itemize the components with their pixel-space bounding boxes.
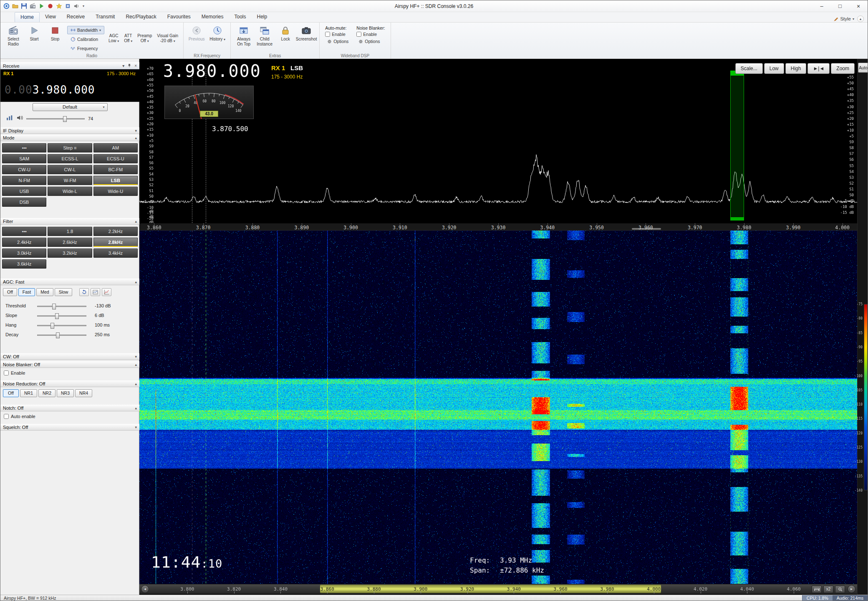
x2-zoom-button[interactable]: x2 — [823, 586, 833, 593]
filter-button-2-6khz[interactable]: 2.6kHz — [48, 238, 92, 247]
agc-slope-slider[interactable] — [37, 315, 86, 317]
waterfall-colorbar[interactable] — [864, 304, 868, 490]
close-icon[interactable]: × — [134, 63, 137, 68]
section-header-noise-blanker[interactable]: Noise Blanker: Off ▴ — [0, 361, 139, 368]
noise-reduction-nr4-button[interactable]: NR4 — [75, 389, 92, 397]
history-button[interactable]: History ▾ — [207, 24, 228, 52]
filter-button-3-2khz[interactable]: 3.2kHz — [48, 249, 92, 258]
filter-button-2-8khz[interactable]: 2.8kHz — [93, 238, 138, 247]
agc-hang-slider[interactable] — [37, 325, 86, 326]
noise-blanker-enable-checkbox[interactable]: Enable — [4, 370, 25, 375]
slider-thumb[interactable] — [55, 313, 59, 319]
menu-tab-favourites[interactable]: Favourites — [162, 12, 196, 22]
magnifier-icon[interactable] — [835, 586, 845, 593]
att-button[interactable]: ATT Off ▾ — [121, 25, 135, 52]
checkbox[interactable] — [4, 414, 9, 419]
mode-button-dsb[interactable]: DSB — [2, 198, 46, 207]
checkbox[interactable] — [4, 370, 9, 375]
tuned-frequency[interactable]: 0.003.980.000 — [5, 84, 95, 96]
toolbar-customize-icon[interactable]: ▾ — [81, 4, 86, 8]
bandwidth-button[interactable]: Bandwidth ▾ — [67, 26, 104, 34]
tuning-passband[interactable] — [730, 71, 744, 221]
mode-button-usb[interactable]: USB — [2, 187, 46, 196]
select-radio-button[interactable]: Select Radio — [3, 24, 24, 52]
slider-thumb[interactable] — [50, 323, 54, 329]
levels-icon[interactable] — [91, 288, 100, 296]
mode-button-ecss-u[interactable]: ECSS-U — [93, 154, 138, 163]
menu-tab-receive[interactable]: Receive — [61, 12, 90, 22]
agc-threshold-slider[interactable] — [37, 306, 86, 307]
mode-button-wide-l[interactable]: Wide-L — [48, 187, 92, 196]
noise-reduction-nr1-button[interactable]: NR1 — [20, 389, 37, 397]
section-header-squelch[interactable]: Squelch: Off ▾ — [0, 424, 139, 431]
lock-button[interactable]: Lock — [275, 24, 296, 52]
slider-thumb[interactable] — [56, 332, 60, 338]
mode-button-n-fm[interactable]: N-FM — [2, 176, 46, 185]
notch-auto-enable-checkbox[interactable]: Auto enable — [4, 414, 35, 419]
zoom-button[interactable]: Zoom — [831, 63, 855, 74]
section-header-agc[interactable]: AGC: Fast ▴ — [0, 279, 139, 285]
always-on-top-button[interactable]: Always On Top — [233, 24, 254, 52]
menu-tab-rec-playback[interactable]: Rec/Playback — [120, 12, 161, 22]
menu-tab-home[interactable]: Home — [15, 12, 40, 22]
chevron-icon[interactable]: ▴ — [135, 219, 137, 223]
screenshot-button[interactable]: Screenshot — [296, 24, 317, 52]
style-button[interactable]: Style ▾ — [833, 16, 854, 22]
menu-tab-view[interactable]: View — [40, 12, 61, 22]
checkbox[interactable] — [356, 32, 361, 37]
filter-button-3-0khz[interactable]: 3.0kHz — [2, 249, 46, 258]
child-instance-button[interactable]: Child Instance — [254, 24, 275, 52]
mode-button-step[interactable]: Step ≡ — [48, 143, 92, 152]
chevron-icon[interactable]: ▾ — [135, 425, 137, 429]
nav-left-button[interactable]: ◄ — [141, 585, 149, 593]
frequency-display[interactable]: RX 1 175 - 3000 Hz 0.003.980.000 — [0, 69, 139, 102]
band-navigation-scale[interactable]: 3.8003.8203.8403.8603.8803.9003.9203.940… — [151, 584, 811, 594]
mode-button-am[interactable]: AM — [93, 143, 138, 152]
slider-thumb[interactable] — [52, 304, 56, 309]
spectrum-display[interactable] — [139, 59, 857, 223]
chevron-icon[interactable]: ▾ — [135, 355, 137, 359]
levels-icon[interactable] — [6, 115, 13, 122]
maximize-button[interactable]: □ — [831, 0, 849, 12]
nav-right-button[interactable]: ► — [848, 585, 855, 593]
mode-button-bc-fm[interactable]: BC-FM — [93, 165, 138, 174]
agc-off-button[interactable]: Off — [3, 288, 17, 296]
checkbox[interactable] — [325, 32, 330, 37]
filter-button-[interactable]: ••• — [2, 227, 46, 236]
chevron-icon[interactable]: ▾ — [135, 129, 137, 133]
agc-fast-button[interactable]: Fast — [18, 288, 35, 296]
app-icon[interactable] — [3, 3, 10, 10]
chevron-icon[interactable]: ▴ — [135, 280, 137, 284]
favourite-icon[interactable] — [55, 3, 63, 10]
section-header-filter[interactable]: Filter ▴ — [0, 218, 139, 225]
noise-reduction-off-button[interactable]: Off — [3, 389, 19, 397]
section-header-mode[interactable]: Mode ▴ — [0, 134, 139, 141]
menu-tab-transmit[interactable]: Transmit — [90, 12, 120, 22]
menu-tab-memories[interactable]: Memories — [196, 12, 229, 22]
noise-blanker-enable-checkbox[interactable]: Enable — [356, 32, 385, 37]
close-button[interactable]: × — [849, 0, 868, 12]
chevron-down-icon[interactable]: ▾ — [122, 63, 124, 68]
center-button[interactable]: ►|◄ — [807, 63, 830, 74]
noise-blanker-options-button[interactable]: Options — [356, 38, 382, 45]
mode-button-wide-u[interactable]: Wide-U — [93, 187, 138, 196]
profile-dropdown[interactable]: Default ▾ — [33, 103, 108, 111]
chevron-icon[interactable]: ▴ — [135, 406, 137, 410]
mode-button-sam[interactable]: SAM — [2, 154, 46, 163]
chevron-icon[interactable]: ▴ — [135, 382, 137, 386]
agc-slow-button[interactable]: Slow — [55, 288, 73, 296]
frequency-button[interactable]: Frequency — [67, 44, 104, 53]
mode-button-ecss-l[interactable]: ECSS-L — [48, 154, 92, 163]
mode-button-lsb[interactable]: LSB — [93, 176, 138, 185]
filter-button-3-4khz[interactable]: 3.4kHz — [93, 249, 138, 258]
radio-icon[interactable] — [29, 3, 36, 10]
record-icon[interactable] — [46, 3, 54, 10]
section-header-notch[interactable]: Notch: Off ▴ — [0, 405, 139, 411]
mode-button-[interactable]: ••• — [2, 143, 46, 152]
noise-reduction-nr3-button[interactable]: NR3 — [57, 389, 74, 397]
mode-button-w-fm[interactable]: W-FM — [48, 176, 92, 185]
menu-tab-tools[interactable]: Tools — [229, 12, 252, 22]
auto-mute-options-button[interactable]: Options — [325, 38, 351, 45]
noise-reduction-nr2-button[interactable]: NR2 — [38, 389, 56, 397]
graph-icon[interactable] — [102, 288, 111, 296]
